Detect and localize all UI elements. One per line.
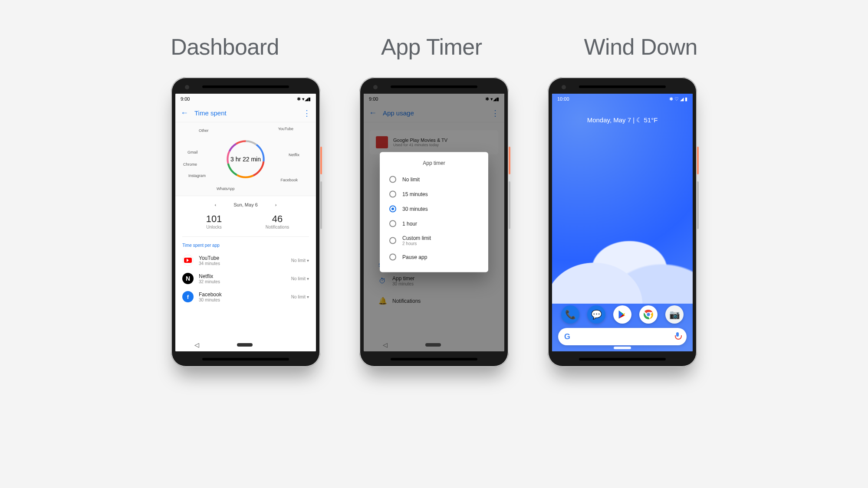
camera-app-icon[interactable]: 📷 — [665, 305, 684, 324]
title-apptimer: App Timer — [381, 34, 482, 60]
playstore-app-icon[interactable] — [613, 305, 631, 324]
date-selector: ‹ Sun, May 6 › — [175, 196, 316, 209]
section-apps: Time spent per app — [175, 237, 316, 251]
chart-label-whatsapp: WhatsApp — [217, 187, 235, 191]
status-bar: 9:00 ✱ ▾◢▮ — [175, 94, 316, 104]
limit-dropdown[interactable]: No limit ▾ — [291, 295, 309, 299]
app-row-youtube[interactable]: YouTube 34 minutes No limit ▾ — [175, 251, 316, 269]
radio-15min[interactable]: 15 minutes — [380, 187, 488, 202]
google-search-bar[interactable]: G — [558, 328, 687, 345]
status-time: 9:00 — [181, 96, 190, 102]
chart-label-other: Other — [199, 128, 209, 133]
app-dock: 📞 💬 📷 — [552, 305, 693, 324]
phone-apptimer: 9:00 ✱ ▾◢▮ ← App usage ⋮ Google Play Mov… — [359, 77, 509, 367]
google-logo-icon: G — [564, 332, 570, 341]
nav-bar: ◁ — [364, 338, 504, 351]
date-next-button[interactable]: › — [275, 202, 277, 207]
chart-label-facebook: Facebook — [280, 178, 298, 182]
home-date-widget[interactable]: Monday, May 7 | ☾ 51°F — [552, 116, 693, 124]
radio-nolimit[interactable]: No limit — [380, 172, 488, 187]
nav-home-button[interactable] — [237, 343, 253, 347]
status-icons: ✱ ♡ ◢ ▮ — [669, 96, 687, 102]
usage-donut-chart: 3 hr 22 min Other YouTube Netflix Facebo… — [175, 122, 316, 196]
phone-app-icon[interactable]: 📞 — [561, 305, 579, 324]
wallpaper-clouds — [552, 191, 693, 304]
app-row-netflix[interactable]: N Netflix 32 minutes No limit ▾ — [175, 269, 316, 288]
chart-label-instagram: Instagram — [188, 174, 206, 178]
radio-icon — [389, 191, 396, 198]
status-bar: 10:00 ✱ ♡ ◢ ▮ — [552, 94, 693, 104]
radio-custom[interactable]: Custom limit 2 hours — [380, 231, 488, 250]
limit-dropdown[interactable]: No limit ▾ — [291, 276, 309, 281]
status-time: 10:00 — [557, 96, 569, 102]
phone-dashboard: 9:00 ✱ ▾◢▮ ← Time spent ⋮ — [171, 77, 320, 367]
stat-notifications: 46 Notifications — [246, 213, 309, 229]
back-button[interactable]: ← — [181, 108, 188, 118]
limit-dropdown[interactable]: No limit ▾ — [291, 258, 309, 263]
donut-total: 3 hr 22 min — [230, 156, 261, 163]
chart-label-netflix: Netflix — [289, 153, 299, 157]
feature-titles: Dashboard App Timer Wind Down — [0, 0, 868, 60]
title-dashboard: Dashboard — [171, 34, 279, 60]
radio-icon — [389, 254, 396, 261]
date-prev-button[interactable]: ‹ — [215, 202, 217, 207]
facebook-icon: f — [182, 291, 194, 302]
app-bar: ← Time spent ⋮ — [175, 104, 316, 122]
stat-unlocks: 101 Unlocks — [182, 213, 246, 229]
status-icons: ✱ ▾◢▮ — [297, 96, 311, 102]
overflow-menu[interactable]: ⋮ — [303, 108, 311, 118]
nav-back-button[interactable]: ◁ — [383, 341, 388, 348]
home-screen[interactable]: 10:00 ✱ ♡ ◢ ▮ Monday, May 7 | ☾ 51°F 📞 💬… — [552, 94, 693, 351]
chrome-app-icon[interactable] — [639, 305, 658, 324]
messages-app-icon[interactable]: 💬 — [587, 305, 605, 324]
radio-30min[interactable]: 30 minutes — [380, 202, 488, 216]
netflix-icon: N — [182, 273, 194, 284]
mic-icon[interactable] — [674, 332, 681, 341]
radio-pause[interactable]: Pause app — [380, 250, 488, 265]
chart-label-gmail: Gmail — [187, 150, 198, 154]
nav-home-button[interactable] — [425, 343, 441, 347]
radio-icon — [389, 176, 396, 183]
nav-bar: ◁ — [175, 338, 316, 351]
radio-icon-selected — [389, 206, 396, 213]
radio-1hour[interactable]: 1 hour — [380, 216, 488, 231]
dialog-title: App timer — [380, 160, 488, 166]
apptimer-dialog: App timer No limit 15 minutes 30 minutes… — [380, 152, 488, 272]
chart-label-youtube: YouTube — [278, 127, 293, 131]
chart-label-chrome: Chrome — [183, 162, 197, 167]
title-winddown: Wind Down — [584, 34, 697, 60]
radio-icon — [389, 220, 396, 227]
date-label: Sun, May 6 — [233, 202, 258, 207]
page-title: Time spent — [194, 109, 297, 117]
phone-winddown: 10:00 ✱ ♡ ◢ ▮ Monday, May 7 | ☾ 51°F 📞 💬… — [548, 77, 697, 367]
nav-back-button[interactable]: ◁ — [194, 341, 199, 348]
radio-icon — [389, 237, 396, 244]
app-row-facebook[interactable]: f Facebook 30 minutes No limit ▾ — [175, 288, 316, 306]
youtube-icon — [182, 255, 194, 266]
nav-home-button[interactable] — [614, 347, 631, 349]
